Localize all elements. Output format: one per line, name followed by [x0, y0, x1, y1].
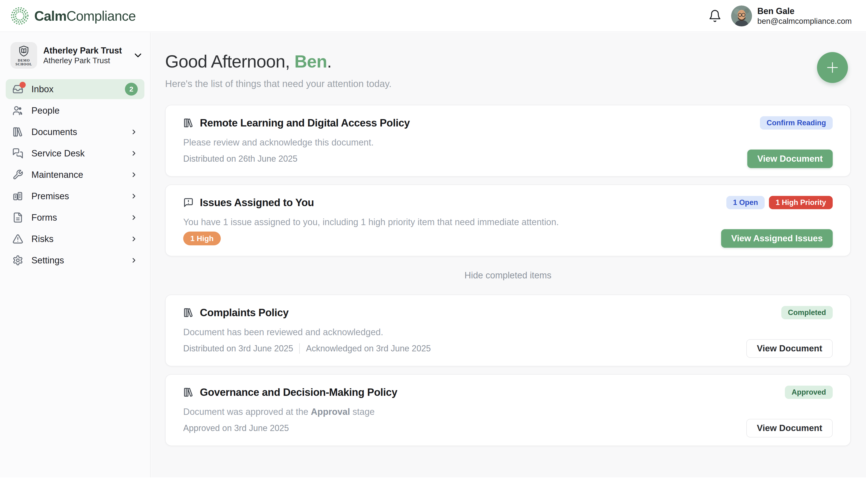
meta-divider [299, 343, 300, 354]
card-complaints-policy: Complaints Policy Completed Document has… [165, 295, 851, 366]
issue-alert-bubble-icon [183, 197, 194, 208]
approved-date: Approved on 3rd June 2025 [183, 423, 289, 433]
shield-book-icon [17, 45, 31, 58]
chevron-right-icon [130, 192, 138, 200]
chevron-right-icon [130, 128, 138, 136]
brand-spiral-icon [10, 6, 30, 26]
app-header: CalmCompliance [0, 0, 866, 32]
view-document-button[interactable]: View Document [746, 419, 833, 437]
sidebar-item-label: Premises [31, 191, 69, 202]
notifications-bell-icon[interactable] [708, 9, 722, 23]
card-issues-assigned: Issues Assigned to You 1 Open 1 High Pri… [165, 184, 851, 256]
sidebar-nav: Inbox 2 People Documents [0, 79, 150, 270]
view-document-button[interactable]: View Document [747, 150, 833, 168]
status-badge-approved: Approved [785, 386, 833, 399]
task-card-list: Remote Learning and Digital Access Polic… [165, 105, 851, 446]
card-title: Governance and Decision-Making Policy [200, 386, 397, 398]
sidebar-item-service-desk[interactable]: Service Desk [6, 144, 144, 163]
org-logo: DEMO SCHOOL [10, 42, 37, 69]
sidebar-item-label: Maintenance [31, 170, 83, 180]
inbox-icon [12, 84, 23, 95]
sidebar-item-label: Documents [31, 127, 77, 137]
view-assigned-issues-button[interactable]: View Assigned Issues [721, 229, 833, 248]
forms-document-icon [12, 212, 23, 223]
card-description: Document has been reviewed and acknowled… [183, 327, 833, 338]
status-badge-open: 1 Open [726, 196, 765, 209]
card-title: Remote Learning and Digital Access Polic… [200, 117, 410, 129]
sidebar-item-documents[interactable]: Documents [6, 122, 144, 142]
sidebar-item-inbox[interactable]: Inbox 2 [6, 79, 144, 99]
view-document-button[interactable]: View Document [746, 339, 833, 358]
card-description: Please review and acknowledge this docum… [183, 137, 833, 148]
sidebar-item-maintenance[interactable]: Maintenance [6, 165, 144, 185]
card-governance-policy: Governance and Decision-Making Policy Ap… [165, 374, 851, 446]
brand-logo[interactable]: CalmCompliance [10, 6, 136, 26]
plus-icon [825, 60, 840, 75]
sidebar-item-label: Service Desk [31, 148, 85, 159]
sidebar-item-label: People [31, 105, 59, 116]
sidebar-item-label: Settings [31, 255, 64, 265]
org-logo-text: DEMO SCHOOL [15, 58, 32, 66]
people-icon [12, 105, 23, 116]
card-description: Document was approved at the Approval st… [183, 406, 833, 417]
org-selector[interactable]: DEMO SCHOOL Atherley Park Trust Atherley… [0, 33, 150, 76]
user-name: Ben Gale [757, 6, 852, 16]
hide-completed-row: Hide completed items [165, 270, 851, 280]
hide-completed-toggle[interactable]: Hide completed items [464, 270, 551, 280]
distributed-date: Distributed on 26th June 2025 [183, 154, 297, 164]
chevron-down-icon [133, 50, 143, 61]
chevron-right-icon [130, 256, 138, 264]
page-title: Good Afternoon, Ben. [165, 51, 851, 72]
chevron-right-icon [130, 214, 138, 221]
status-badge-confirm-reading: Confirm Reading [760, 116, 833, 129]
distributed-date: Distributed on 3rd June 2025 [183, 344, 293, 354]
org-subtitle: Atherley Park Trust [43, 56, 122, 65]
maintenance-wrench-icon [12, 169, 23, 180]
status-badge-completed: Completed [781, 306, 833, 319]
avatar [731, 5, 752, 26]
user-email: ben@calmcompliance.com [757, 16, 852, 26]
card-title: Issues Assigned to You [200, 197, 314, 208]
sidebar-item-label: Forms [31, 213, 57, 223]
user-menu[interactable]: Ben Gale ben@calmcompliance.com [731, 5, 852, 26]
document-library-icon [183, 118, 194, 128]
document-library-icon [183, 307, 194, 318]
document-library-icon [183, 387, 194, 398]
sidebar-item-premises[interactable]: Premises [6, 186, 144, 206]
sidebar-item-label: Inbox [31, 84, 54, 94]
sidebar-item-settings[interactable]: Settings [6, 250, 144, 270]
inbox-count-badge: 2 [125, 83, 138, 95]
sidebar-item-forms[interactable]: Forms [6, 208, 144, 228]
sidebar-item-people[interactable]: People [6, 101, 144, 121]
sidebar: DEMO SCHOOL Atherley Park Trust Atherley… [0, 33, 151, 477]
status-badge-high-priority: 1 High Priority [769, 196, 833, 209]
card-title: Complaints Policy [200, 307, 289, 319]
chevron-right-icon [130, 150, 138, 157]
page-subtitle: Here's the list of things that need your… [165, 78, 851, 90]
chevron-right-icon [130, 171, 138, 179]
chevron-right-icon [130, 235, 138, 243]
risks-warning-icon [12, 233, 23, 244]
high-priority-tag: 1 High [183, 231, 221, 245]
sidebar-item-label: Risks [31, 234, 54, 244]
approval-stage-label: Approval [311, 407, 350, 417]
org-title: Atherley Park Trust [43, 45, 122, 56]
unread-dot [20, 82, 26, 88]
sidebar-item-risks[interactable]: Risks [6, 229, 144, 249]
main-content: Good Afternoon, Ben. Here's the list of … [151, 33, 866, 477]
service-desk-chat-icon [12, 148, 23, 159]
premises-buildings-icon [12, 191, 23, 202]
settings-gear-icon [12, 255, 23, 266]
acknowledged-date: Acknowledged on 3rd June 2025 [306, 344, 431, 354]
documents-library-icon [12, 126, 23, 137]
card-remote-learning-policy: Remote Learning and Digital Access Polic… [165, 105, 851, 176]
add-button[interactable] [817, 52, 848, 83]
card-description: You have 1 issue assigned to you, includ… [183, 216, 833, 228]
brand-name: CalmCompliance [34, 8, 136, 24]
